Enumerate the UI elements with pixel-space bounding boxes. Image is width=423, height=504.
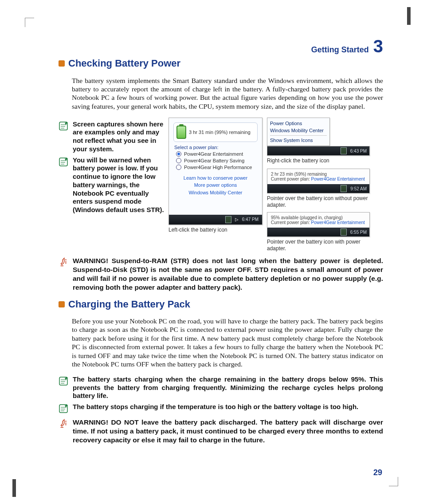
warning-block: WARNING! Suspend-to-RAM (STR) does not l… [59,256,383,292]
section1-body: The battery system implements the Smart … [72,76,383,111]
link-conserve: Learn how to conserve power [172,174,259,182]
tooltip-plan-value: Power4Gear Entertainment [311,177,365,181]
tray-battery-icon [341,228,347,236]
note-block: The battery stops charging if the temper… [59,403,383,413]
tray-clock: 9:52 AM [350,186,367,191]
menu-item: Windows Mobility Center [270,127,327,134]
screenshot-caption: Pointer over the battery icon without po… [267,195,370,209]
section2-body: Before you use your Notebook PC on the r… [72,317,383,368]
crop-mark-bottom-right [389,477,398,486]
crop-mark-top-left [25,18,34,27]
plan-label: Power4Gear Entertainment [184,151,243,157]
note-icon [59,157,68,167]
screenshot-grid: Screen captures shown here are examples … [53,118,383,252]
screenshot-left-click: 3 hr 31 min (99%) remaining Select a pow… [168,118,262,252]
bullet-icon [59,301,65,307]
radio-icon [176,158,181,163]
section-heading-row: Checking Battery Power [59,58,383,69]
section-heading: Charging the Battery Pack [68,299,190,310]
taskbar-tray: 6:55 PM [267,228,369,236]
radio-icon [176,165,181,170]
link-more-options: More power options [172,181,259,189]
menu-item: Power Options [270,120,327,127]
screenshot-caption: Right-click the battery icon [267,158,370,164]
context-menu: Power Options Windows Mobility Center Sh… [267,118,329,146]
taskbar-tray: 9:52 AM [267,184,369,193]
crop-mark-top-right [407,7,411,25]
warning-text: WARNING! DO NOT leave the battery pack d… [73,418,383,445]
battery-tooltip: 95% available (plugged in, charging) Cur… [267,213,369,228]
note-text: The battery starts charging when the cha… [73,375,383,400]
tooltip-remaining: 95% available (plugged in, charging) [271,215,366,220]
plan-label: Power4Gear Battery Saving [184,158,244,163]
plan-links: Learn how to conserve power More power o… [172,174,259,197]
tray-battery-icon [341,185,347,192]
screenshot-caption: Pointer over the battery icon with power… [267,239,370,252]
section-heading-row: Charging the Battery Pack [59,299,383,310]
note-text: The battery stops charging if the temper… [73,403,358,413]
power-plan-option: Power4Gear Entertainment [176,151,255,157]
plan-label: Power4Gear High Performance [184,165,252,170]
svg-point-5 [65,421,66,421]
context-menu-screenshot: Power Options Windows Mobility Center Sh… [267,118,330,146]
warning-icon [59,257,68,267]
chapter-number: 3 [373,37,383,55]
taskbar-tray: ▷ 6:47 PM [169,215,262,224]
note-icon [59,376,68,386]
tray-clock: 6:43 PM [350,149,367,154]
battery-icon [176,126,186,139]
screenshot-caption: Left-click the battery icon [168,227,262,233]
crop-mark-bottom-left [12,479,16,497]
tray-battery-icon [225,216,231,223]
note-icon [59,404,68,413]
taskbar-tray: 6:43 PM [267,146,370,156]
section-label: Getting Started [311,45,369,55]
svg-point-2 [65,259,66,260]
menu-item: Show System Icons [270,137,327,144]
note-block: You will be warned when battery power is… [59,156,164,214]
tooltip-plan-label: Current power plan: [271,177,310,181]
tray-battery-icon [341,147,347,154]
link-mobility-center: Windows Mobility Center [172,189,259,197]
tray-clock: 6:55 PM [350,230,367,235]
tooltip-plan-label: Current power plan: [271,220,310,225]
page-number: 29 [373,468,382,477]
tooltip-screenshot-ac: 95% available (plugged in, charging) Cur… [267,212,370,237]
tray-clock: 6:47 PM [242,217,258,222]
radio-icon [176,151,181,157]
warning-block: WARNING! DO NOT leave the battery pack d… [59,418,383,445]
power-flyout-screenshot: 3 hr 31 min (99%) remaining Select a pow… [168,118,262,225]
notes-column: Screen captures shown here are examples … [53,118,164,252]
screenshots-right-column: Power Options Windows Mobility Center Sh… [267,118,370,252]
tooltip-screenshot-noac: 2 hr 23 min (59%) remaining Current powe… [267,169,370,193]
battery-status-bubble: 3 hr 31 min (99%) remaining [173,122,258,142]
bullet-icon [59,60,65,67]
note-block: The battery starts charging when the cha… [59,375,383,400]
power-plan-option: Power4Gear High Performance [176,165,255,170]
document-page: Getting Started 3 Checking Battery Power… [0,0,423,504]
page-header: Getting Started 3 [53,37,383,55]
warning-icon [59,419,68,429]
tooltip-plan-value: Power4Gear Entertainment [311,220,365,225]
battery-remaining-text: 3 hr 31 min (99%) remaining [189,130,251,135]
power-plan-option: Power4Gear Battery Saving [176,158,255,163]
page-content: Getting Started 3 Checking Battery Power… [53,37,383,449]
battery-tooltip: 2 hr 23 min (59%) remaining Current powe… [267,169,369,184]
note-icon [59,121,68,131]
warning-text: WARNING! Suspend-to-RAM (STR) does not l… [73,256,383,292]
section-heading: Checking Battery Power [68,58,180,69]
note-text: Screen captures shown here are examples … [73,120,164,154]
note-text: You will be warned when battery power is… [73,156,164,214]
select-plan-label: Select a power plan: [174,145,257,150]
tooltip-remaining: 2 hr 23 min (59%) remaining [271,172,366,177]
note-block: Screen captures shown here are examples … [59,120,164,154]
